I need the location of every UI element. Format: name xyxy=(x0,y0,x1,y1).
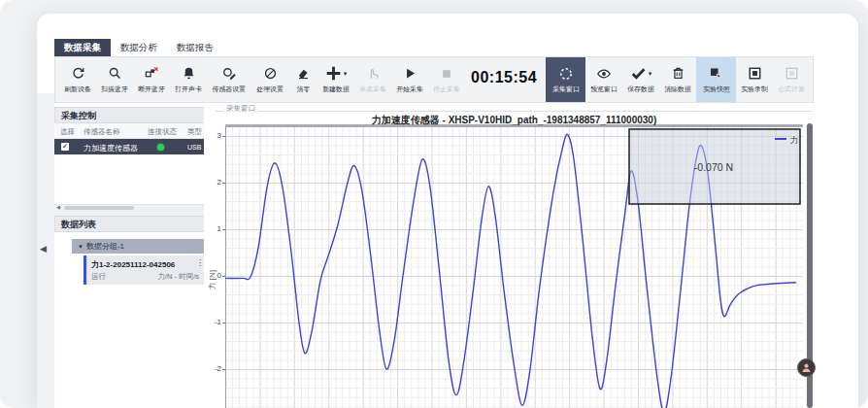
toolbar-save-data-button[interactable]: ▾保存数据 xyxy=(622,57,659,102)
refresh-icon xyxy=(71,66,85,81)
compass-icon xyxy=(263,66,278,81)
bell-icon xyxy=(182,66,196,81)
main-tabs: 数据采集 数据分析 数据报告 xyxy=(54,39,223,56)
toolbar-clear-data-button[interactable]: 清除数据 xyxy=(659,57,696,102)
sensor-icon xyxy=(222,66,237,81)
chart-panel: 采集窗口 力加速度传感器 - XHSP-V10HID_path_-1981348… xyxy=(204,103,814,408)
item-status: 运行 xyxy=(91,272,106,282)
y-tick-mark xyxy=(222,323,225,323)
toolbar-exp-record-button[interactable]: 实验录制 xyxy=(736,57,773,102)
annotation-value: -0.070 N xyxy=(694,161,733,173)
collect-timer: 00:15:54 xyxy=(471,69,537,86)
record-icon xyxy=(748,66,762,81)
item-accent-bar xyxy=(83,255,86,285)
tab-data-collect[interactable]: 数据采集 xyxy=(54,39,111,56)
toolbar-collect-window-button[interactable]: 采集窗口 xyxy=(546,57,585,102)
trash-icon xyxy=(671,66,685,81)
data-list-header: 数据列表 xyxy=(54,216,221,232)
sensor-checkbox[interactable]: ✓ xyxy=(61,143,69,151)
chevron-down-icon: ▼ xyxy=(78,244,83,250)
chevron-down-icon: ▾ xyxy=(344,70,348,78)
col-conn-status: 连接状态 xyxy=(148,127,177,137)
person-icon xyxy=(801,362,812,373)
toolbar-preview-window-button[interactable]: 预览窗口 xyxy=(585,57,622,102)
toolbar-refresh-device-button[interactable]: 刷新设备 xyxy=(59,57,96,102)
bt-disconnect-icon xyxy=(145,66,159,81)
eraser-icon xyxy=(296,66,311,81)
tab-data-analysis[interactable]: 数据分析 xyxy=(111,39,167,56)
dashed-circle-icon xyxy=(558,66,574,82)
chart-plot-area[interactable]: -0.070 N力 xyxy=(225,127,803,408)
legend-label: 力 xyxy=(790,135,799,145)
data-group-bar[interactable]: ▼数据分组-1 xyxy=(72,239,207,254)
toolbar-formula-calc-button[interactable]: 公式计算 xyxy=(773,57,810,102)
toolbar-scan-bluetooth-button[interactable]: 扫描蓝牙 xyxy=(96,57,133,102)
assistant-avatar-button[interactable] xyxy=(797,358,816,377)
item-menu-icon[interactable]: ⋮ xyxy=(196,258,204,267)
y-tick-label: 3 xyxy=(206,131,221,140)
y-tick-mark xyxy=(222,229,225,230)
sensor-type: USB xyxy=(187,144,201,151)
data-list-item[interactable]: 力1-2-20251112-042506 运行 力/N - 时间/s ⋮ xyxy=(83,255,207,285)
snapshot-icon xyxy=(709,66,723,81)
stop-icon xyxy=(440,67,453,81)
toolbar-start-collect-button[interactable]: 开始采集 xyxy=(391,57,428,102)
y-tick-label: 2 xyxy=(206,178,221,187)
col-sensor-name: 传感器名称 xyxy=(83,127,120,137)
sidebar-collapse-icon[interactable]: ◀ xyxy=(40,244,47,254)
play-icon xyxy=(403,66,417,81)
chart-title: 力加速度传感器 - XHSP-V10HID_path_-1981348857_1… xyxy=(225,114,803,127)
sensor-row[interactable]: ✓ 力加速度传感器 USB xyxy=(54,139,221,154)
sidebar: 采集控制 选择 传感器名称 连接状态 类型 ✓ 力加速度传感器 USB ◀ ▶ … xyxy=(54,107,221,408)
col-type: 类型 xyxy=(187,127,202,137)
screenshot-page: ◀ 数据采集 数据分析 数据报告 刷新设备扫描蓝牙断开蓝牙打开声卡传感器设置处理… xyxy=(0,0,868,408)
status-dot xyxy=(157,144,164,151)
toolbar-new-data-button[interactable]: ▾新建数据 xyxy=(317,57,354,102)
toolbar-exp-snapshot-button[interactable]: 实验快照 xyxy=(696,57,736,102)
toolbar-disconnect-bluetooth-button[interactable]: 断开蓝牙 xyxy=(133,57,170,102)
toolbar-zero-button[interactable]: 清零 xyxy=(288,57,317,102)
y-tick-mark xyxy=(222,276,225,277)
y-tick-label: 0 xyxy=(206,271,221,280)
col-select: 选择 xyxy=(60,127,75,137)
toolbar: 刷新设备扫描蓝牙断开蓝牙打开声卡传感器设置处理设置清零▾新建数据单点采集开始采集… xyxy=(54,56,814,103)
check-icon xyxy=(630,65,647,82)
groupbox-border xyxy=(216,111,812,112)
y-tick-label: -2 xyxy=(206,364,221,373)
y-tick-mark xyxy=(222,136,225,137)
y-tick-mark xyxy=(222,183,225,184)
eye-icon xyxy=(596,66,612,82)
search-icon xyxy=(108,66,122,81)
collect-control-header: 采集控制 xyxy=(54,107,221,123)
toolbar-stop-collect-button[interactable]: 停止采集 xyxy=(428,57,465,102)
formula-icon xyxy=(785,66,799,81)
app-window: ◀ 数据采集 数据分析 数据报告 刷新设备扫描蓝牙断开蓝牙打开声卡传感器设置处理… xyxy=(37,14,858,408)
item-axes: 力/N - 时间/s xyxy=(158,272,200,282)
plus-icon xyxy=(325,65,342,82)
toolbar-open-soundcard-button[interactable]: 打开声卡 xyxy=(170,57,207,102)
toolbar-process-settings-button[interactable]: 处理设置 xyxy=(251,57,288,102)
chevron-down-icon: ▾ xyxy=(649,70,652,78)
y-tick-label: -1 xyxy=(206,318,221,326)
chart-groupbox-label: 采集窗口 xyxy=(223,104,258,114)
tab-data-report[interactable]: 数据报告 xyxy=(167,39,223,56)
sensor-name: 力加速度传感器 xyxy=(83,143,138,153)
sensor-table-header: 选择 传感器名称 连接状态 类型 xyxy=(54,123,221,139)
hand-icon xyxy=(366,66,381,81)
y-tick-label: 1 xyxy=(206,224,221,233)
y-tick-mark xyxy=(222,369,225,370)
waveform-svg: -0.070 N力 xyxy=(225,127,803,408)
item-title: 力1-2-20251112-042506 xyxy=(91,259,175,270)
toolbar-sensor-settings-button[interactable]: 传感器设置 xyxy=(207,57,251,102)
toolbar-single-point-button[interactable]: 单点采集 xyxy=(354,57,391,102)
